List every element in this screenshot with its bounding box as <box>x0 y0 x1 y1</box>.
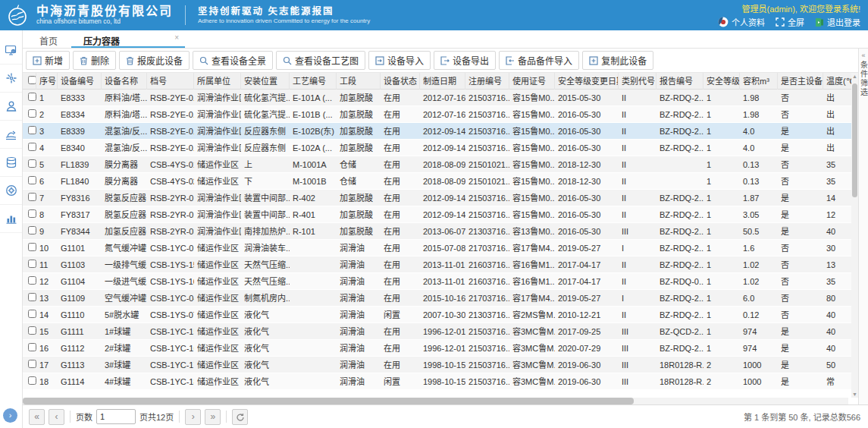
column-header[interactable]: 设备名称 <box>102 73 147 90</box>
horizontal-scrollbar-thumb[interactable] <box>23 398 634 404</box>
delete-button[interactable]: 删除 <box>73 51 116 70</box>
table-row[interactable]: 4E8340混氢油/反...RSB-2YE-0...润滑油作业区反应器东侧E-1… <box>23 140 866 156</box>
scroll-down-icon[interactable]: ▼ <box>851 391 858 398</box>
row-checkbox[interactable] <box>28 193 36 201</box>
table-cell: 2019-06-30 <box>555 373 619 390</box>
tab-close-icon[interactable]: × <box>174 33 179 42</box>
vertical-scrollbar-thumb[interactable] <box>852 83 857 197</box>
row-checkbox[interactable] <box>28 93 36 101</box>
table-cell: 2015-05-30 <box>555 90 619 106</box>
row-checkbox[interactable] <box>28 310 36 318</box>
table-row[interactable]: 12G1104一级进气缓...CSB-1YS-16储运作业区天然气压缩...润滑… <box>23 273 866 290</box>
gear-ring-icon[interactable] <box>0 177 22 205</box>
row-checkbox[interactable] <box>28 126 36 134</box>
database-icon[interactable] <box>0 149 22 177</box>
row-checkbox[interactable] <box>28 293 36 301</box>
table-cell: 1 <box>703 273 740 290</box>
column-header[interactable]: 使用证号 <box>509 73 555 90</box>
copy-device-button[interactable]: 复制此设备 <box>582 51 653 70</box>
tab-pressure-vessel[interactable]: 压力容器 × <box>71 30 185 48</box>
column-header[interactable]: 容积m³ <box>740 73 778 90</box>
table-row[interactable]: 11G1103一级排气缓...CSB-1YS-15储运作业区天然气压缩...润滑… <box>23 256 866 273</box>
row-checkbox[interactable] <box>28 376 36 385</box>
row-checkbox[interactable] <box>28 159 36 168</box>
profile-button[interactable]: 个人资料 <box>718 16 765 28</box>
table-row[interactable]: 18G11144#球罐CSB-1YC-18储运作业区液化气润滑油闲置1998-1… <box>23 373 866 390</box>
table-row[interactable]: 8FY8317脱氢反应器...RSB-2YR-02润滑油作业区装置中间部...R… <box>23 206 866 223</box>
column-header[interactable]: 报告编号 <box>656 73 703 90</box>
table-row[interactable]: 5FL1839膜分离器CSB-4YS-01储运作业区上M-1001A仓储在用20… <box>23 156 866 173</box>
column-header[interactable]: 设备编号 <box>58 73 102 90</box>
spare-parts-import-button[interactable]: 备品备件导入 <box>499 51 579 70</box>
column-header[interactable]: 设备状态 <box>381 73 420 90</box>
sidebar-expand-button[interactable]: › <box>3 408 17 423</box>
row-checkbox[interactable] <box>28 143 36 151</box>
logout-button[interactable]: 退出登录 <box>815 16 860 28</box>
refresh-button[interactable] <box>232 409 248 425</box>
table-cell: CSB-1YC-04 <box>147 290 194 307</box>
column-header[interactable]: 工艺编号 <box>290 73 337 90</box>
table-row[interactable]: 6FL1840膜分离器CSB-4YS-02储运作业区下M-1001B仓储在用20… <box>23 173 866 190</box>
row-checkbox[interactable] <box>28 360 36 368</box>
row-checkbox[interactable] <box>28 260 36 268</box>
column-header[interactable]: 所属单位 <box>194 73 241 90</box>
column-header[interactable]: 安装位置 <box>241 73 290 90</box>
row-checkbox[interactable] <box>28 343 36 351</box>
row-checkbox[interactable] <box>28 276 36 285</box>
row-checkbox[interactable] <box>28 209 36 218</box>
row-checkbox[interactable] <box>28 326 36 335</box>
row-checkbox[interactable] <box>28 109 36 118</box>
device-import-button[interactable]: 设备导入 <box>368 51 431 70</box>
table-row[interactable]: 3E8339混氢油/反...RSB-2YE-0...润滑油作业区反应器东侧E-1… <box>23 123 866 140</box>
column-header[interactable]: 注册编号 <box>465 73 509 90</box>
column-header[interactable]: 类别代号 <box>619 73 656 90</box>
view-process-diagram-button[interactable]: 查看设备工艺图 <box>276 51 365 70</box>
column-header[interactable]: 工段 <box>337 73 381 90</box>
table-cell: M-1001A <box>290 156 337 173</box>
valve-icon[interactable] <box>0 65 22 93</box>
filter-panel-tab[interactable]: « 条件筛选 <box>859 49 868 97</box>
table-row[interactable]: 1E8333原料油/塔...RSB-2YE-0...润滑油作业区硫化氢汽提...… <box>23 90 866 106</box>
table-row[interactable]: 16G11122#球罐CSB-1YC-16储运作业区液化气润滑油在用1996-1… <box>23 340 866 357</box>
row-checkbox[interactable] <box>28 176 36 184</box>
table-row[interactable]: 14G11105#脱水罐CSB-1YS-07储运作业区液化气润滑油闲置2007-… <box>23 307 866 323</box>
table-row[interactable]: 15G11111#球罐CSB-1YC-15储运作业区液化气润滑油在用1996-1… <box>23 323 866 340</box>
column-header[interactable]: 安全等级 <box>703 73 740 90</box>
table-cell: 2012-09-14 <box>420 140 465 156</box>
tab-home[interactable]: 首页 <box>27 30 70 48</box>
column-header[interactable]: 是否主设备 <box>778 73 823 90</box>
fullscreen-button[interactable]: 全屏 <box>776 16 804 28</box>
table-row[interactable]: 10G1101氮气缓冲罐CSB-1YC-01储运作业区润滑油装车...润滑油在用… <box>23 240 866 256</box>
horizontal-scrollbar[interactable] <box>23 398 848 404</box>
first-page-button[interactable]: « <box>29 409 45 425</box>
table-cell: 1#球罐 <box>102 323 147 340</box>
table-row[interactable]: 2E8334原料油/塔...RSB-2YE-0...润滑油作业区硫化氢汽提...… <box>23 106 866 123</box>
user-icon[interactable] <box>0 93 22 121</box>
device-monitor-icon[interactable] <box>0 36 22 65</box>
table-row[interactable]: 17G11133#球罐CSB-1YC-17储运作业区液化气润滑油在用1998-1… <box>23 357 866 373</box>
row-checkbox[interactable] <box>28 226 36 234</box>
add-button[interactable]: 新增 <box>26 51 70 70</box>
page-input[interactable] <box>96 409 136 424</box>
table-row[interactable]: 13G1109空气缓冲罐CSB-1YC-04储运作业区制氮机房内...润滑油在用… <box>23 290 866 307</box>
view-panorama-button[interactable]: 查看设备全景 <box>193 51 273 70</box>
last-page-button[interactable]: » <box>205 409 221 425</box>
bar-chart-icon[interactable] <box>0 205 22 233</box>
table-row[interactable]: 9FY8344加氢反应器...RSB-2YR-03润滑油作业区南排加热炉...R… <box>23 223 866 240</box>
select-all-checkbox[interactable] <box>28 76 36 84</box>
next-page-button[interactable]: › <box>185 409 201 425</box>
hand-meter-icon[interactable] <box>0 121 22 149</box>
table-cell: 液化气 <box>241 340 290 357</box>
prev-page-button[interactable]: ‹ <box>49 409 64 425</box>
column-header[interactable]: 序号 <box>36 73 58 90</box>
table-cell: 21603716... <box>465 273 509 290</box>
column-header[interactable]: 安全等级变更日期 <box>555 73 619 90</box>
scrap-device-button[interactable]: 报废此设备 <box>119 51 190 70</box>
vertical-scrollbar[interactable]: ▲ ▼ <box>851 73 858 398</box>
table-cell: 在用 <box>381 323 420 340</box>
column-header[interactable]: 制造日期 <box>420 73 465 90</box>
column-header[interactable]: 档号 <box>147 73 194 90</box>
row-checkbox[interactable] <box>28 243 36 251</box>
table-row[interactable]: 7FY8316脱氢反应器...RSB-2YR-01润滑油作业区装置中间部...R… <box>23 190 866 206</box>
device-export-button[interactable]: 设备导出 <box>434 51 496 70</box>
